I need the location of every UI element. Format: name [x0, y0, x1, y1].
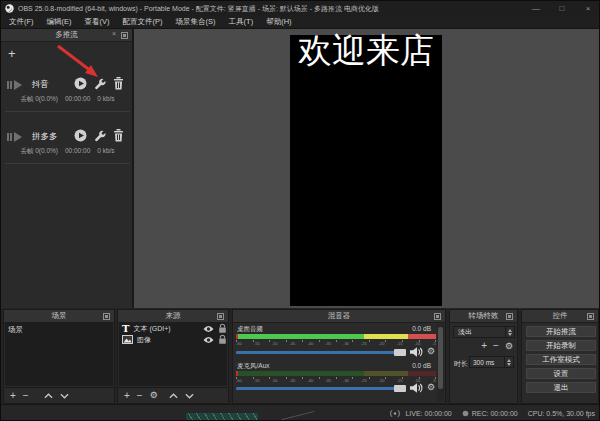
eye-icon[interactable]	[203, 336, 214, 344]
move-up-icon[interactable]	[169, 393, 178, 399]
dock-close-icon[interactable]: ×	[112, 30, 116, 37]
menu-edit[interactable]: 编辑(E)	[47, 17, 72, 27]
multistream-dock: 多推流 × + 抖音	[1, 29, 134, 308]
volume-slider-handle[interactable]	[394, 349, 406, 356]
close-button[interactable]: ×	[575, 1, 600, 16]
transition-selected-value: 淡出	[454, 327, 505, 337]
meter-scale: -60-55-50-45-40-35-30-25-20-15-10-5	[236, 340, 436, 346]
sources-toolbar: + − ⚙	[118, 387, 228, 403]
transitions-panel: 转场特效 淡出 + − ⚙ 时长 300 ms	[449, 309, 518, 404]
spinbox-arrows-icon[interactable]	[504, 357, 513, 367]
dock-float-icon[interactable]	[506, 313, 513, 320]
scenes-header: 场景	[4, 310, 114, 323]
stream-status-icon	[7, 79, 23, 91]
volume-slider[interactable]	[236, 387, 406, 390]
maximize-button[interactable]: □	[549, 1, 575, 16]
duration-spinbox[interactable]: 300 ms	[469, 356, 514, 368]
move-up-icon[interactable]	[44, 393, 53, 399]
live-time: LIVE: 00:00:00	[405, 410, 451, 417]
start-recording-button[interactable]: 开始录制	[526, 340, 596, 351]
divider	[5, 111, 130, 112]
source-name: 图像	[137, 335, 151, 345]
minimize-button[interactable]: —	[523, 1, 549, 16]
controls-panel: 控件 开始推流 开始录制 工作室模式 设置 退出	[521, 309, 599, 404]
scrollbar-thumb[interactable]	[438, 327, 443, 389]
window-title: OBS 25.0.8-modified (64-bit, windows) - …	[18, 4, 523, 14]
channel-gear-icon[interactable]: ⚙	[427, 383, 435, 392]
dock-float-icon[interactable]	[587, 313, 594, 320]
lock-icon[interactable]	[218, 334, 227, 345]
speaker-icon[interactable]	[410, 347, 423, 357]
menu-scene-collection[interactable]: 场景集合(S)	[176, 17, 216, 27]
wrench-icon[interactable]	[94, 130, 106, 142]
trash-icon[interactable]	[113, 129, 124, 142]
scene-item[interactable]: 场景	[5, 323, 113, 337]
dock-float-icon[interactable]	[103, 313, 110, 320]
remove-source-button[interactable]: −	[137, 391, 143, 401]
menu-help[interactable]: 帮助(H)	[266, 17, 291, 27]
scenes-list: 场景	[5, 323, 113, 386]
menu-view[interactable]: 查看(V)	[85, 17, 110, 27]
eye-icon[interactable]	[203, 325, 214, 333]
speaker-icon[interactable]	[410, 383, 423, 393]
dock-float-icon[interactable]	[217, 313, 224, 320]
add-scene-button[interactable]: +	[10, 391, 16, 401]
duration-label: 时长	[454, 359, 468, 369]
transitions-title: 转场特效	[469, 311, 499, 321]
transition-select[interactable]: 淡出	[453, 326, 515, 338]
sources-title: 来源	[166, 311, 181, 321]
channel-name: 麦克风/Aux	[237, 362, 270, 371]
title-bar: OBS 25.0.8-modified (64-bit, windows) - …	[1, 1, 600, 16]
mixer-title: 混音器	[328, 311, 351, 321]
remove-scene-button[interactable]: −	[23, 391, 29, 401]
menu-bar: 文件(F) 编辑(E) 查看(V) 配置文件(P) 场景集合(S) 工具(T) …	[1, 16, 600, 29]
mixer-scrollbar[interactable]	[437, 324, 444, 402]
channel-name: 桌面音频	[237, 325, 263, 334]
controls-title: 控件	[553, 311, 568, 321]
stream-row-pinduoduo[interactable]: 拼多多	[1, 127, 134, 145]
dock-float-icon[interactable]	[434, 313, 441, 320]
volume-meter	[236, 334, 436, 339]
start-stream-icon[interactable]	[74, 129, 87, 142]
obs-window: OBS 25.0.8-modified (64-bit, windows) - …	[0, 0, 600, 421]
channel-db: 0.0 dB	[412, 325, 431, 332]
rec-time: REC: 00:00:00	[472, 410, 518, 417]
image-source-icon	[122, 335, 133, 344]
channel-gear-icon[interactable]: ⚙	[427, 347, 435, 356]
volume-slider-handle[interactable]	[394, 385, 406, 392]
menu-profile[interactable]: 配置文件(P)	[123, 17, 163, 27]
cpu-fps-stats: CPU: 0.5%, 30.00 fps	[528, 410, 595, 417]
wrench-icon[interactable]	[94, 78, 106, 90]
settings-button[interactable]: 设置	[526, 368, 596, 379]
stream-time: 00:00:00	[65, 95, 90, 104]
source-row-text[interactable]: T 文本 (GDI+)	[119, 323, 227, 334]
stream-row-douyin[interactable]: 抖音	[1, 75, 134, 93]
text-source-icon: T	[122, 323, 129, 334]
move-down-icon[interactable]	[185, 393, 194, 399]
add-stream-button[interactable]: +	[8, 47, 16, 60]
start-stream-icon[interactable]	[74, 77, 87, 90]
studio-mode-button[interactable]: 工作室模式	[526, 354, 596, 365]
volume-meter	[236, 371, 436, 376]
lock-icon[interactable]	[218, 323, 227, 334]
volume-slider[interactable]	[236, 351, 406, 354]
sources-header: 来源	[118, 310, 228, 323]
add-source-button[interactable]: +	[124, 391, 130, 401]
exit-button[interactable]: 退出	[526, 382, 596, 393]
source-properties-gear-icon[interactable]: ⚙	[150, 391, 158, 400]
program-canvas[interactable]: 欢迎来店	[290, 35, 442, 306]
dock-float-icon[interactable]	[121, 32, 128, 39]
stream-name: 拼多多	[32, 131, 58, 143]
trash-icon[interactable]	[113, 77, 124, 90]
transition-properties-gear-icon[interactable]: ⚙	[505, 342, 513, 351]
combo-arrows-icon[interactable]	[505, 327, 514, 337]
move-down-icon[interactable]	[60, 393, 69, 399]
remove-transition-button[interactable]: −	[493, 341, 499, 351]
add-transition-button[interactable]: +	[481, 341, 487, 351]
start-streaming-button[interactable]: 开始推流	[526, 326, 596, 337]
watermark-artifact	[186, 413, 258, 421]
menu-tools[interactable]: 工具(T)	[229, 17, 254, 27]
source-row-image[interactable]: 图像	[119, 334, 227, 345]
menu-file[interactable]: 文件(F)	[9, 17, 34, 27]
multistream-dock-header: 多推流 ×	[1, 29, 132, 42]
